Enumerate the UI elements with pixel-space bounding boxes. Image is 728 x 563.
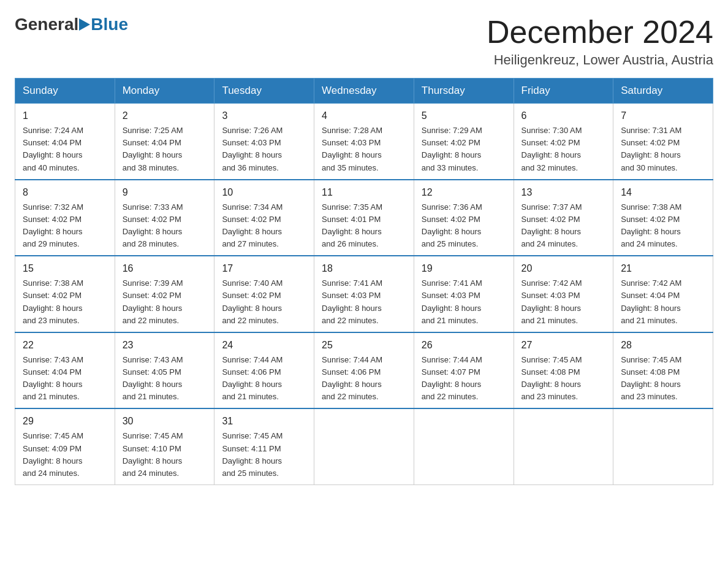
calendar-day-cell: 18Sunrise: 7:41 AMSunset: 4:03 PMDayligh…: [314, 256, 414, 332]
day-number: 1: [23, 109, 107, 123]
calendar-day-cell: 2Sunrise: 7:25 AMSunset: 4:04 PMDaylight…: [115, 104, 214, 180]
logo-general-text: General: [15, 15, 78, 34]
day-info: Sunrise: 7:38 AMSunset: 4:02 PMDaylight:…: [23, 277, 107, 327]
day-number: 22: [23, 338, 107, 353]
day-number: 14: [621, 185, 705, 200]
calendar-day-cell: 15Sunrise: 7:38 AMSunset: 4:02 PMDayligh…: [15, 256, 115, 332]
day-info: Sunrise: 7:36 AMSunset: 4:02 PMDaylight:…: [422, 201, 506, 251]
calendar-day-cell: 4Sunrise: 7:28 AMSunset: 4:03 PMDaylight…: [314, 104, 414, 180]
calendar-day-cell: 23Sunrise: 7:43 AMSunset: 4:05 PMDayligh…: [115, 332, 214, 409]
calendar-day-cell: 7Sunrise: 7:31 AMSunset: 4:02 PMDaylight…: [613, 104, 713, 180]
logo: General Blue: [15, 15, 128, 34]
calendar-day-cell: [414, 408, 514, 484]
day-number: 9: [123, 185, 207, 200]
day-number: 28: [621, 338, 705, 353]
day-number: 24: [222, 338, 306, 353]
day-number: 16: [123, 261, 207, 276]
day-info: Sunrise: 7:24 AMSunset: 4:04 PMDaylight:…: [23, 124, 107, 174]
day-info: Sunrise: 7:31 AMSunset: 4:02 PMDaylight:…: [621, 124, 705, 174]
calendar-day-cell: 27Sunrise: 7:45 AMSunset: 4:08 PMDayligh…: [514, 332, 613, 409]
day-number: 17: [222, 261, 306, 276]
calendar-location: Heiligenkreuz, Lower Austria, Austria: [487, 52, 713, 68]
header-monday: Monday: [115, 79, 214, 104]
day-number: 27: [521, 338, 606, 353]
day-number: 6: [521, 109, 606, 123]
day-info: Sunrise: 7:43 AMSunset: 4:05 PMDaylight:…: [123, 354, 207, 404]
calendar-day-cell: [613, 408, 713, 484]
header-friday: Friday: [514, 79, 613, 104]
day-info: Sunrise: 7:25 AMSunset: 4:04 PMDaylight:…: [123, 124, 207, 174]
day-info: Sunrise: 7:43 AMSunset: 4:04 PMDaylight:…: [23, 354, 107, 404]
day-number: 10: [222, 185, 306, 200]
calendar-day-cell: 6Sunrise: 7:30 AMSunset: 4:02 PMDaylight…: [514, 104, 613, 180]
page-header: General Blue December 2024 Heiligenkreuz…: [15, 15, 713, 68]
day-info: Sunrise: 7:35 AMSunset: 4:01 PMDaylight:…: [322, 201, 406, 251]
calendar-week-row: 15Sunrise: 7:38 AMSunset: 4:02 PMDayligh…: [15, 256, 713, 332]
calendar-week-row: 8Sunrise: 7:32 AMSunset: 4:02 PMDaylight…: [15, 180, 713, 256]
svg-marker-0: [79, 18, 90, 31]
day-number: 7: [621, 109, 705, 123]
day-number: 29: [23, 414, 107, 429]
day-info: Sunrise: 7:45 AMSunset: 4:10 PMDaylight:…: [123, 430, 207, 480]
calendar-title-block: December 2024 Heiligenkreuz, Lower Austr…: [487, 15, 713, 68]
day-info: Sunrise: 7:28 AMSunset: 4:03 PMDaylight:…: [322, 124, 406, 174]
day-info: Sunrise: 7:34 AMSunset: 4:02 PMDaylight:…: [222, 201, 306, 251]
calendar-day-cell: 28Sunrise: 7:45 AMSunset: 4:08 PMDayligh…: [613, 332, 713, 409]
day-info: Sunrise: 7:45 AMSunset: 4:08 PMDaylight:…: [521, 354, 606, 404]
day-info: Sunrise: 7:45 AMSunset: 4:11 PMDaylight:…: [222, 430, 306, 480]
day-number: 5: [422, 109, 506, 123]
day-number: 21: [621, 261, 705, 276]
calendar-day-cell: 8Sunrise: 7:32 AMSunset: 4:02 PMDaylight…: [15, 180, 115, 256]
calendar-day-cell: 26Sunrise: 7:44 AMSunset: 4:07 PMDayligh…: [414, 332, 514, 409]
day-number: 25: [322, 338, 406, 353]
calendar-table: Sunday Monday Tuesday Wednesday Thursday…: [15, 78, 713, 485]
day-number: 2: [123, 109, 207, 123]
day-number: 31: [222, 414, 306, 429]
header-thursday: Thursday: [414, 79, 514, 104]
day-info: Sunrise: 7:44 AMSunset: 4:06 PMDaylight:…: [322, 354, 406, 404]
calendar-day-cell: 17Sunrise: 7:40 AMSunset: 4:02 PMDayligh…: [214, 256, 314, 332]
day-info: Sunrise: 7:38 AMSunset: 4:02 PMDaylight:…: [621, 201, 705, 251]
calendar-day-cell: 29Sunrise: 7:45 AMSunset: 4:09 PMDayligh…: [15, 408, 115, 484]
day-info: Sunrise: 7:45 AMSunset: 4:08 PMDaylight:…: [621, 354, 705, 404]
calendar-day-cell: 31Sunrise: 7:45 AMSunset: 4:11 PMDayligh…: [214, 408, 314, 484]
day-number: 26: [422, 338, 506, 353]
day-info: Sunrise: 7:39 AMSunset: 4:02 PMDaylight:…: [123, 277, 207, 327]
day-info: Sunrise: 7:41 AMSunset: 4:03 PMDaylight:…: [422, 277, 506, 327]
day-number: 12: [422, 185, 506, 200]
calendar-week-row: 29Sunrise: 7:45 AMSunset: 4:09 PMDayligh…: [15, 408, 713, 484]
day-info: Sunrise: 7:26 AMSunset: 4:03 PMDaylight:…: [222, 124, 306, 174]
day-info: Sunrise: 7:30 AMSunset: 4:02 PMDaylight:…: [521, 124, 606, 174]
calendar-day-cell: 12Sunrise: 7:36 AMSunset: 4:02 PMDayligh…: [414, 180, 514, 256]
calendar-day-cell: 14Sunrise: 7:38 AMSunset: 4:02 PMDayligh…: [613, 180, 713, 256]
header-wednesday: Wednesday: [314, 79, 414, 104]
calendar-month-year: December 2024: [487, 15, 713, 50]
logo-blue-text: Blue: [91, 15, 128, 34]
calendar-day-cell: 1Sunrise: 7:24 AMSunset: 4:04 PMDaylight…: [15, 104, 115, 180]
calendar-day-cell: 10Sunrise: 7:34 AMSunset: 4:02 PMDayligh…: [214, 180, 314, 256]
day-info: Sunrise: 7:44 AMSunset: 4:07 PMDaylight:…: [422, 354, 506, 404]
calendar-day-cell: 22Sunrise: 7:43 AMSunset: 4:04 PMDayligh…: [15, 332, 115, 409]
day-info: Sunrise: 7:42 AMSunset: 4:03 PMDaylight:…: [521, 277, 606, 327]
calendar-day-cell: 16Sunrise: 7:39 AMSunset: 4:02 PMDayligh…: [115, 256, 214, 332]
calendar-day-cell: 13Sunrise: 7:37 AMSunset: 4:02 PMDayligh…: [514, 180, 613, 256]
day-info: Sunrise: 7:45 AMSunset: 4:09 PMDaylight:…: [23, 430, 107, 480]
calendar-day-cell: 21Sunrise: 7:42 AMSunset: 4:04 PMDayligh…: [613, 256, 713, 332]
day-info: Sunrise: 7:41 AMSunset: 4:03 PMDaylight:…: [322, 277, 406, 327]
day-info: Sunrise: 7:40 AMSunset: 4:02 PMDaylight:…: [222, 277, 306, 327]
calendar-day-cell: 19Sunrise: 7:41 AMSunset: 4:03 PMDayligh…: [414, 256, 514, 332]
header-tuesday: Tuesday: [214, 79, 314, 104]
day-info: Sunrise: 7:37 AMSunset: 4:02 PMDaylight:…: [521, 201, 606, 251]
day-number: 11: [322, 185, 406, 200]
day-info: Sunrise: 7:42 AMSunset: 4:04 PMDaylight:…: [621, 277, 705, 327]
calendar-day-cell: 30Sunrise: 7:45 AMSunset: 4:10 PMDayligh…: [115, 408, 214, 484]
calendar-header-row: Sunday Monday Tuesday Wednesday Thursday…: [15, 79, 713, 104]
calendar-day-cell: 25Sunrise: 7:44 AMSunset: 4:06 PMDayligh…: [314, 332, 414, 409]
calendar-day-cell: [314, 408, 414, 484]
calendar-day-cell: 5Sunrise: 7:29 AMSunset: 4:02 PMDaylight…: [414, 104, 514, 180]
calendar-day-cell: 24Sunrise: 7:44 AMSunset: 4:06 PMDayligh…: [214, 332, 314, 409]
calendar-day-cell: 11Sunrise: 7:35 AMSunset: 4:01 PMDayligh…: [314, 180, 414, 256]
day-info: Sunrise: 7:32 AMSunset: 4:02 PMDaylight:…: [23, 201, 107, 251]
calendar-day-cell: 3Sunrise: 7:26 AMSunset: 4:03 PMDaylight…: [214, 104, 314, 180]
header-saturday: Saturday: [613, 79, 713, 104]
